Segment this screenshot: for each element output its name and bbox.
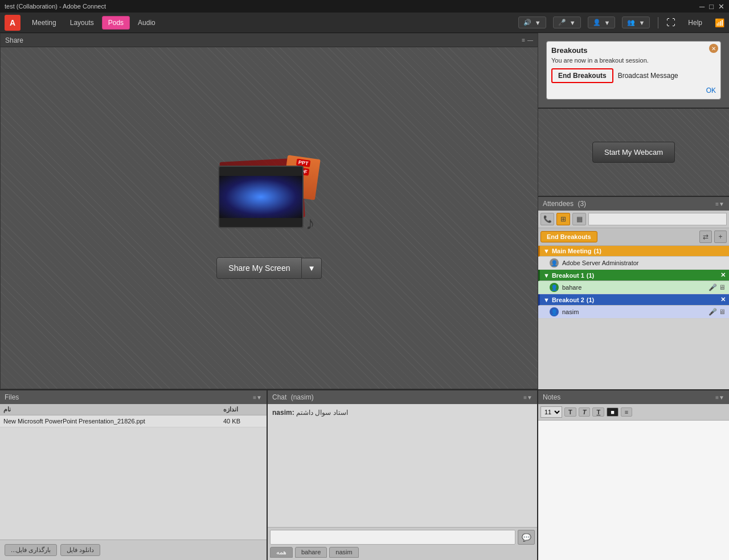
chevron-down-icon: ▼: [543, 248, 550, 254]
chat-panel-icon: ≡▼: [523, 394, 533, 401]
breakout1-label: Breakout 1: [552, 272, 584, 279]
mic-control[interactable]: 🎤 ▼: [553, 17, 581, 28]
att-group-breakout2[interactable]: ▼ Breakout 2 (1) ✕: [538, 294, 729, 306]
menu-help[interactable]: Help: [682, 17, 708, 29]
people-control[interactable]: 👥 ▼: [622, 17, 650, 28]
files-col-name: نام: [3, 406, 223, 413]
notes-italic-button[interactable]: T: [579, 407, 591, 417]
share-content: PPT PDF ♪ Share My Screen ▼: [1, 47, 538, 389]
notes-title: Notes: [543, 393, 560, 401]
maximize-button[interactable]: □: [709, 2, 714, 11]
table-row[interactable]: New Microsoft PowerPoint Presentation_21…: [0, 415, 267, 427]
notes-color-button[interactable]: ■: [607, 407, 619, 417]
chevron-down-icon: ▼: [543, 297, 550, 303]
music-note-icon: ♪: [306, 213, 315, 234]
breakout1-count: (1): [587, 272, 594, 279]
notes-content[interactable]: [538, 421, 729, 560]
chat-panel-title: Chat (nasim): [272, 393, 314, 401]
chat-tab-all[interactable]: همه: [270, 547, 293, 558]
att-icons: 🎤 🖥: [708, 283, 726, 291]
fullscreen-button[interactable]: ⛶: [666, 18, 675, 28]
mic-arrow: ▼: [570, 19, 576, 26]
minimize-button[interactable]: ─: [699, 2, 705, 11]
chat-panel: Chat (nasim) ≡▼ nasim: استاد سوال داشتم: [268, 390, 538, 560]
attendees-count: (3): [578, 200, 586, 208]
main-meeting-count: (1): [594, 248, 601, 254]
adobe-logo: A: [5, 15, 21, 31]
menu-controls: 🔊 ▼ 🎤 ▼ 👤 ▼ 👥 ▼ ⛶ Help 📶: [518, 17, 724, 29]
share-arrow-button[interactable]: ▼: [302, 258, 321, 279]
notes-font-size-select[interactable]: 11: [540, 406, 562, 418]
signal-icon: 📶: [715, 18, 724, 27]
title-bar-left: test (Collaboration) - Adobe Connect: [5, 3, 106, 10]
cam-control[interactable]: 👤 ▼: [588, 17, 616, 28]
files-panel-title: Files: [5, 393, 19, 401]
breakout1-close-icon[interactable]: ✕: [720, 271, 726, 279]
title-bar-controls[interactable]: ─ □ ✕: [699, 2, 724, 11]
close-button[interactable]: ✕: [718, 2, 724, 11]
webcam-area: Start My Webcam: [538, 109, 729, 196]
cam-icon: 👤: [593, 19, 601, 26]
close-popup-button[interactable]: ✕: [709, 44, 718, 53]
att-move-icon[interactable]: ⇄: [699, 230, 712, 243]
notes-panel: Notes ≡▼ 11 T T T ■ ≡: [538, 389, 729, 560]
screen-status-icon: 🖥: [719, 308, 726, 316]
mic-icon: 🎤: [558, 19, 566, 26]
breakout2-label: Breakout 2: [552, 297, 584, 303]
att-icons: 🎤 🖥: [708, 308, 726, 316]
menu-audio[interactable]: Audio: [132, 17, 161, 29]
breakouts-actions: End Breakouts Broadcast Message: [551, 68, 716, 83]
send-icon: 💬: [522, 533, 531, 542]
file-size: 40 KB: [223, 418, 263, 425]
upload-button[interactable]: ...بارگذاری فایل: [5, 544, 57, 556]
notes-list-button[interactable]: ≡: [621, 407, 632, 417]
att-group-main-meeting[interactable]: ▼ Main Meeting (1): [538, 246, 729, 257]
volume-icon: 🔊: [523, 19, 531, 26]
chat-content: nasim: استاد سوال داشتم: [268, 404, 537, 527]
menu-layouts[interactable]: Layouts: [64, 17, 100, 29]
start-webcam-button[interactable]: Start My Webcam: [592, 142, 675, 163]
download-button[interactable]: دانلود فایل: [60, 544, 100, 556]
menu-pods[interactable]: Pods: [102, 16, 130, 30]
chat-tab-bahare[interactable]: bahare: [295, 547, 327, 558]
mic-status-icon: 🎤: [708, 308, 717, 316]
left-area: Share ≡ — PPT PDF: [0, 33, 538, 560]
menu-meeting[interactable]: Meeting: [26, 17, 62, 29]
att-group-breakout1[interactable]: ▼ Breakout 1 (1) ✕: [538, 270, 729, 281]
notes-underline-button[interactable]: T: [592, 407, 604, 417]
att-item-name: Adobe Server Administrator: [562, 260, 726, 266]
list-item: 👤 nasim 🎤 🖥: [538, 306, 729, 319]
chevron-down-icon: ▼: [543, 272, 550, 279]
att-tool-btn-1[interactable]: 📞: [540, 213, 554, 225]
att-add-icon[interactable]: +: [714, 230, 727, 243]
files-footer: ...بارگذاری فایل دانلود فایل: [0, 540, 267, 560]
breakout2-count: (1): [587, 297, 594, 303]
att-tool-btn-3[interactable]: ▦: [572, 213, 586, 225]
broadcast-message-button[interactable]: Broadcast Message: [618, 72, 678, 80]
end-breakouts-attendees-button[interactable]: End Breakouts: [540, 231, 597, 242]
chat-text: استاد سوال داشتم: [296, 409, 348, 417]
files-table: نام اندازه New Microsoft PowerPoint Pres…: [0, 404, 267, 540]
share-screen-button[interactable]: Share My Screen: [216, 257, 302, 279]
breakout2-close-icon[interactable]: ✕: [720, 296, 726, 303]
title-bar-title: test (Collaboration) - Adobe Connect: [5, 3, 106, 10]
screen-inner: [219, 176, 302, 218]
notes-header: Notes ≡▼: [538, 390, 729, 404]
volume-control[interactable]: 🔊 ▼: [518, 17, 546, 28]
share-center: PPT PDF ♪ Share My Screen ▼: [216, 157, 321, 279]
att-tool-btn-2[interactable]: ⊞: [556, 213, 570, 225]
end-breakouts-button[interactable]: End Breakouts: [551, 68, 613, 83]
chat-subtitle: (nasim): [291, 393, 314, 401]
ok-button[interactable]: OK: [706, 87, 716, 94]
attendees-search-input[interactable]: [588, 213, 727, 225]
attendees-panel: Attendees (3) ≡▼ 📞 ⊞ ▦ End Breakouts ⇄ +: [538, 196, 729, 389]
chat-input[interactable]: [270, 530, 515, 545]
menu-separator: [658, 17, 658, 28]
chat-send-button[interactable]: 💬: [518, 530, 535, 545]
share-panel-header: Share ≡ —: [1, 34, 538, 47]
breakouts-popup: Breakouts You are now in a breakout sess…: [546, 41, 721, 100]
att-item-name: bahare: [562, 284, 708, 291]
chat-tab-nasim[interactable]: nasim: [329, 547, 358, 558]
right-sidebar: Breakouts You are now in a breakout sess…: [538, 33, 729, 560]
notes-bold-button[interactable]: T: [564, 407, 576, 417]
